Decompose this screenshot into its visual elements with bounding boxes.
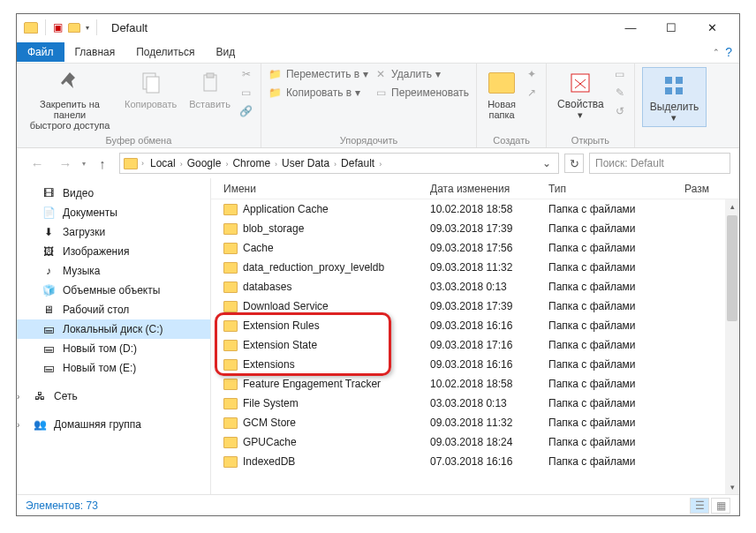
crumb-google[interactable]: Google <box>185 157 224 169</box>
folder-row[interactable]: Download Service09.03.2018 17:39Папка с … <box>211 297 739 316</box>
tab-share[interactable]: Поделиться <box>125 42 205 62</box>
properties-button[interactable]: Свойства▾ <box>554 67 608 122</box>
nav-back-button[interactable]: ← <box>26 152 49 175</box>
search-input[interactable]: Поиск: Default <box>589 153 730 174</box>
new-folder-button[interactable]: Новая папка <box>484 67 519 122</box>
address-dropdown-icon[interactable]: ⌄ <box>539 157 555 169</box>
move-to-button[interactable]: 📁Переместить в ▾ <box>268 67 368 81</box>
nav-item-музыка[interactable]: ♪Музыка <box>17 261 210 281</box>
folder-icon <box>223 301 238 312</box>
col-size-header[interactable]: Разм <box>662 183 714 195</box>
help-icon[interactable]: ? <box>725 45 732 59</box>
nav-item-новый-том-d-[interactable]: 🖴Новый том (D:) <box>17 339 210 358</box>
clipboard-mini: ✂ ▭ 🔗 <box>239 67 253 118</box>
view-details-button[interactable]: ☰ <box>690 498 709 514</box>
nav-item-локальный-диск-c-[interactable]: 🖴Локальный диск (C:) <box>17 319 210 339</box>
minimize-button[interactable]: — <box>610 14 651 41</box>
nav-item-рабочий-стол[interactable]: 🖥Рабочий стол <box>17 300 210 319</box>
scroll-thumb[interactable] <box>727 215 737 321</box>
folder-icon <box>223 417 238 429</box>
tab-view[interactable]: Вид <box>205 42 246 62</box>
folder-row[interactable]: databases03.03.2018 0:13Папка с файлами <box>211 277 739 297</box>
nav-history-dropdown[interactable]: ▾ <box>82 160 86 168</box>
group-clipboard: Закрепить на панели быстрого доступа Коп… <box>17 64 261 147</box>
edit-icon: ✎ <box>613 86 627 100</box>
scroll-down-icon[interactable]: ▾ <box>725 480 739 494</box>
crumb-default[interactable]: Default <box>338 157 377 169</box>
crumb-chrome[interactable]: Chrome <box>230 157 273 169</box>
qat-dropdown-icon[interactable]: ▾ <box>86 24 89 32</box>
folder-icon <box>223 204 238 215</box>
folder-row[interactable]: blob_storage09.03.2018 17:39Папка с файл… <box>211 219 739 238</box>
refresh-button[interactable]: ↻ <box>564 154 584 173</box>
download-icon: ⬇ <box>42 225 56 239</box>
nav-homegroup[interactable]: ›👥Домашняя группа <box>17 415 210 434</box>
crumb-local[interactable]: Local <box>147 157 178 169</box>
ribbon-collapse-icon[interactable]: ⌃ <box>713 48 720 56</box>
desktop-icon: 🖥 <box>42 303 56 317</box>
scroll-up-icon[interactable]: ▴ <box>725 199 739 214</box>
folder-row[interactable]: IndexedDB07.03.2018 16:16Папка с файлами <box>211 452 739 471</box>
nav-item-загрузки[interactable]: ⬇Загрузки <box>17 222 210 242</box>
folder-icon <box>223 437 238 448</box>
copy-to-button[interactable]: 📁Копировать в ▾ <box>268 86 368 100</box>
nav-item-видео[interactable]: 🎞Видео <box>17 184 210 203</box>
svg-rect-8 <box>676 87 683 94</box>
pin-button[interactable]: Закрепить на панели быстрого доступа <box>24 67 116 132</box>
group-create: Новая папка ✦ ↗ Создать <box>477 64 547 147</box>
nav-up-button[interactable]: ↑ <box>91 152 114 175</box>
close-button[interactable]: ✕ <box>692 14 732 41</box>
folder-row[interactable]: data_reduction_proxy_leveldb09.03.2018 1… <box>211 258 739 277</box>
col-name-header[interactable]: Имени <box>211 183 430 195</box>
nav-item-изображения[interactable]: 🖼Изображения <box>17 242 210 261</box>
chevron-right-icon[interactable]: › <box>178 160 185 169</box>
rename-button[interactable]: ▭Переименовать <box>374 86 469 100</box>
col-date-header[interactable]: Дата изменения <box>430 183 548 195</box>
delete-button[interactable]: ✕Удалить ▾ <box>374 67 469 81</box>
paste-button[interactable]: Вставить <box>185 67 234 111</box>
chevron-right-icon[interactable]: › <box>377 160 383 169</box>
nav-item-документы[interactable]: 📄Документы <box>17 203 210 222</box>
tab-file[interactable]: Файл <box>17 42 64 62</box>
nav-item-объемные-объекты[interactable]: 🧊Объемные объекты <box>17 281 210 300</box>
maximize-button[interactable]: ☐ <box>651 14 692 41</box>
breadcrumb[interactable]: › Local›Google›Chrome›User Data›Default›… <box>119 153 559 174</box>
nav-item-новый-том-e-[interactable]: 🖴Новый том (E:) <box>17 358 210 378</box>
select-button[interactable]: Выделить▾ <box>642 67 707 127</box>
copy-to-icon: 📁 <box>268 86 283 100</box>
rename-icon: ▭ <box>374 86 388 100</box>
3d-icon: 🧊 <box>42 283 56 297</box>
nav-network[interactable]: ›🖧Сеть <box>17 387 210 406</box>
folder-row[interactable]: Extensions09.03.2018 16:16Папка с файлам… <box>211 355 739 374</box>
column-headers[interactable]: Имени Дата изменения Тип Разм <box>211 178 739 199</box>
tab-home[interactable]: Главная <box>64 42 126 62</box>
folder-row[interactable]: Cache09.03.2018 17:56Папка с файлами <box>211 238 739 258</box>
folder-row[interactable]: GPUCache09.03.2018 18:24Папка с файлами <box>211 432 739 452</box>
history-icon: ↺ <box>613 104 627 118</box>
folder-row[interactable]: GCM Store09.03.2018 11:32Папка с файлами <box>211 413 739 432</box>
folder-row[interactable]: Extension State09.03.2018 17:16Папка с ф… <box>211 335 739 355</box>
folder-icon <box>223 223 238 235</box>
copy-button[interactable]: Копировать <box>121 67 180 111</box>
delete-icon: ✕ <box>374 67 388 81</box>
folder-row[interactable]: Application Cache10.02.2018 18:58Папка с… <box>211 199 739 219</box>
folder-icon <box>24 22 38 34</box>
explorer-window: ▣ ▾ Default — ☐ ✕ Файл Главная Поделитьс… <box>16 13 740 516</box>
easy-access-icon: ↗ <box>525 86 539 100</box>
crumb-user-data[interactable]: User Data <box>279 157 332 169</box>
svg-rect-5 <box>665 77 672 84</box>
qat-open-icon[interactable] <box>68 23 80 33</box>
view-icons-button[interactable]: ▦ <box>711 498 730 514</box>
nav-forward-button[interactable]: → <box>54 152 77 175</box>
qat-properties-icon[interactable]: ▣ <box>53 21 63 34</box>
svg-rect-3 <box>207 73 214 78</box>
folder-row[interactable]: File System03.03.2018 0:13Папка с файлам… <box>211 394 739 413</box>
folder-row[interactable]: Feature Engagement Tracker10.02.2018 18:… <box>211 374 739 394</box>
scrollbar[interactable]: ▴ ▾ <box>725 199 739 494</box>
folder-row[interactable]: Extension Rules09.03.2018 16:16Папка с ф… <box>211 316 739 335</box>
folder-icon <box>223 379 238 390</box>
paste-shortcut-icon: 🔗 <box>239 104 253 118</box>
col-type-header[interactable]: Тип <box>548 183 662 195</box>
status-bar: Элементов: 73 ☰ ▦ <box>17 494 739 515</box>
ribbon: Закрепить на панели быстрого доступа Коп… <box>17 64 739 148</box>
